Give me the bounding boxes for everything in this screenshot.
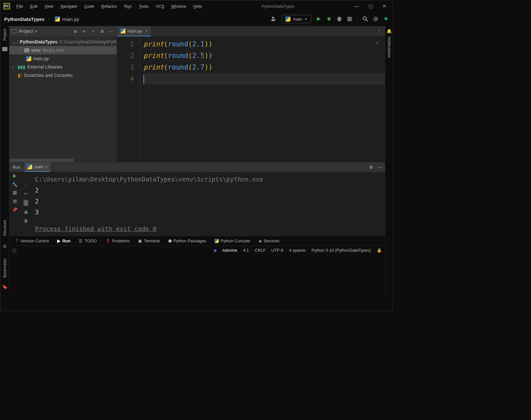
- line-separator[interactable]: CRLF: [255, 248, 266, 253]
- svg-line-4: [331, 17, 331, 18]
- tree-root[interactable]: ⌄ PythonDataTypes C:\Users\yilma\Desktop…: [9, 38, 117, 46]
- minimize-button[interactable]: —: [354, 4, 359, 9]
- project-scrollbar[interactable]: [9, 159, 74, 162]
- structure-tool-button[interactable]: Structure: [3, 220, 7, 236]
- expand-all-icon[interactable]: ≡: [81, 28, 87, 34]
- menu-edit[interactable]: Edit: [30, 4, 37, 9]
- user-icon[interactable]: [271, 16, 277, 22]
- terminal-button[interactable]: ▣ Terminal: [138, 238, 160, 243]
- indent[interactable]: 4 spaces: [289, 248, 306, 253]
- wrench-icon[interactable]: 🔧: [12, 182, 17, 187]
- bookmarks-tool-button[interactable]: Bookmarks: [3, 258, 7, 278]
- menu-run[interactable]: Run: [124, 4, 132, 9]
- project-panel-title[interactable]: Project: [19, 29, 33, 34]
- run-tab[interactable]: main ×: [24, 162, 50, 172]
- run-config-selector[interactable]: main ▾: [281, 15, 311, 23]
- folder-icon[interactable]: [2, 47, 7, 51]
- run-tool-button[interactable]: ▶ Run: [57, 238, 70, 243]
- console-output[interactable]: C:\Users\yilma\Desktop\PythonDataTypes\v…: [31, 172, 385, 236]
- code-area[interactable]: 1 2 3 4 print(round(2.1)) print(round(2.…: [117, 36, 385, 162]
- tree-main-file[interactable]: main.py: [9, 54, 117, 63]
- project-tool-button[interactable]: Project: [3, 29, 7, 41]
- print-icon[interactable]: 🖶: [24, 210, 28, 215]
- bookmark-icon[interactable]: 🔖: [2, 284, 7, 289]
- services-button[interactable]: ◈ Services: [259, 238, 280, 243]
- settings-icon[interactable]: ⚙: [369, 165, 373, 170]
- tree-scratches[interactable]: ◧ Scratches and Consoles: [9, 71, 117, 79]
- ide-features-icon[interactable]: [383, 16, 389, 22]
- inspection-ok-icon[interactable]: ✓: [376, 39, 379, 46]
- packages-button[interactable]: ⬢ Python Packages: [168, 238, 206, 243]
- lock-icon[interactable]: 🔒: [377, 248, 382, 253]
- stop-button[interactable]: [347, 16, 352, 22]
- svg-line-3: [327, 17, 327, 18]
- svg-point-0: [272, 17, 274, 19]
- python-icon: [215, 239, 219, 243]
- todo-button[interactable]: ☰ TODO: [79, 238, 96, 243]
- tabnine-label[interactable]: tabnine: [223, 248, 237, 253]
- line-gutter: 1 2 3 4: [117, 36, 140, 162]
- python-icon: [285, 16, 290, 22]
- rerun-icon[interactable]: [13, 174, 17, 178]
- cursor-position[interactable]: 4:1: [243, 248, 249, 253]
- structure-icon[interactable]: ⦿: [3, 244, 7, 249]
- menu-view[interactable]: View: [44, 4, 53, 9]
- tabnine-icon[interactable]: ◆: [214, 248, 217, 253]
- chevron-down-icon[interactable]: ▾: [35, 29, 37, 34]
- notifications-tool-button[interactable]: Notifications: [387, 37, 391, 58]
- menu-help[interactable]: Help: [193, 4, 202, 9]
- tree-venv[interactable]: › venv library root: [9, 46, 117, 54]
- menu-code[interactable]: Code: [84, 4, 94, 9]
- menu-file[interactable]: File: [16, 4, 23, 9]
- search-icon[interactable]: [362, 16, 368, 22]
- debug-button[interactable]: [326, 16, 332, 22]
- hide-icon[interactable]: —: [108, 28, 114, 34]
- pin-icon[interactable]: 📌: [12, 207, 17, 212]
- code-content[interactable]: print(round(2.1)) print(round(2.5)) prin…: [140, 36, 385, 162]
- status-left-icon[interactable]: ▢: [13, 248, 16, 253]
- down-arrow-icon[interactable]: ↓: [25, 182, 27, 187]
- svg-point-8: [375, 18, 377, 20]
- locate-icon[interactable]: ⊕: [72, 28, 78, 34]
- project-tree[interactable]: ⌄ PythonDataTypes C:\Users\yilma\Desktop…: [9, 36, 117, 79]
- hide-icon[interactable]: —: [378, 165, 382, 170]
- maximize-button[interactable]: ▢: [369, 4, 373, 9]
- coverage-button[interactable]: [336, 16, 342, 22]
- breadcrumb-project[interactable]: PythonDataTypes: [4, 16, 45, 22]
- bell-icon[interactable]: 🔔: [387, 29, 392, 33]
- tree-external-libs[interactable]: › ▮▮▮ External Libraries: [9, 63, 117, 71]
- menu-tools[interactable]: Tools: [139, 4, 149, 9]
- problems-button[interactable]: ❗ Problems: [105, 238, 130, 243]
- menu-refactor[interactable]: Refactor: [101, 4, 117, 9]
- run-button[interactable]: [316, 16, 322, 22]
- collapse-all-icon[interactable]: ÷: [90, 28, 96, 34]
- close-button[interactable]: ✕: [382, 4, 386, 9]
- console-line: 2: [35, 196, 381, 207]
- menu-window[interactable]: Window: [171, 4, 186, 9]
- up-arrow-icon[interactable]: ↑: [25, 174, 27, 179]
- window-title: PythonDataTypes: [208, 4, 348, 9]
- close-icon[interactable]: ×: [45, 164, 48, 169]
- close-tab-icon[interactable]: ×: [145, 29, 148, 33]
- run-panel: Run: main × ⚙ — 🔧 ▤ 📌: [9, 162, 385, 236]
- trash-icon[interactable]: 🗑: [24, 219, 28, 223]
- wrap-icon[interactable]: ↩: [24, 191, 28, 196]
- svg-rect-9: [13, 191, 17, 195]
- stop-icon[interactable]: [13, 191, 17, 195]
- menu-vcs[interactable]: VCS: [156, 4, 164, 9]
- breadcrumb-file[interactable]: main.py: [62, 16, 79, 22]
- layout-icon[interactable]: ▤: [13, 199, 17, 203]
- editor-tab-main[interactable]: main.py ×: [117, 26, 151, 36]
- chevron-down-icon: ▾: [305, 17, 307, 22]
- settings-icon[interactable]: [373, 16, 379, 22]
- settings-icon[interactable]: ⚙: [99, 28, 105, 34]
- more-icon[interactable]: ⋮: [377, 29, 381, 34]
- version-control-button[interactable]: ᛘ Version Control: [16, 238, 49, 243]
- console-command: C:\Users\yilma\Desktop\PythonDataTypes\v…: [35, 174, 381, 185]
- scroll-end-icon[interactable]: ⤓: [23, 200, 28, 206]
- menu-navigate[interactable]: Navigate: [60, 4, 77, 9]
- python-console-button[interactable]: Python Console: [215, 238, 250, 243]
- interpreter[interactable]: Python 3.10 (PythonDataTypes): [312, 248, 371, 253]
- title-bar: PC File Edit View Navigate Code Refactor…: [0, 0, 393, 12]
- encoding[interactable]: UTF-8: [271, 248, 283, 253]
